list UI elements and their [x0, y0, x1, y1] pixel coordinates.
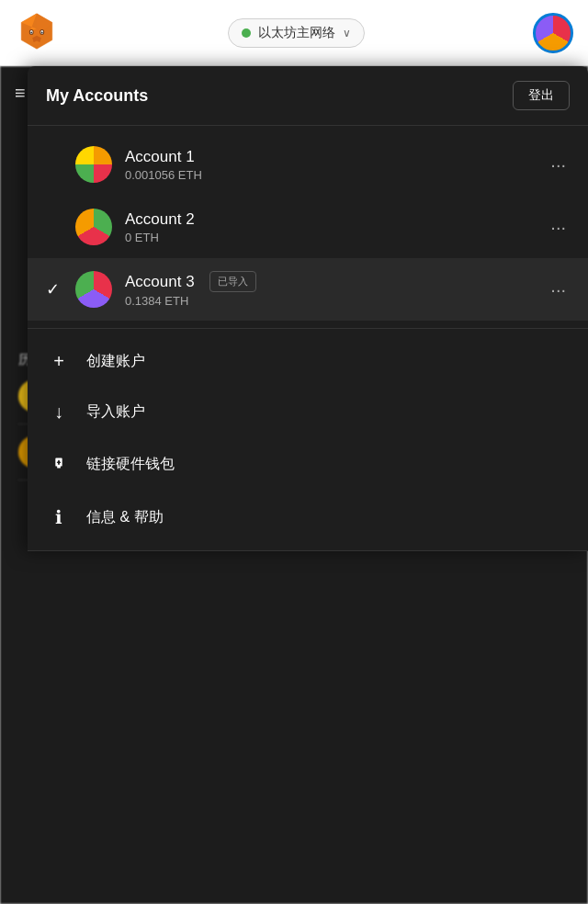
network-label: 以太坊主网络	[258, 25, 335, 41]
account-info-3: Account 3 已导入 0.1384 ETH	[125, 271, 547, 308]
overlay-title: My Accounts	[46, 86, 148, 106]
accounts-overlay: My Accounts 登出 Account 1 0.001056 ETH ··…	[28, 66, 588, 551]
svg-point-9	[30, 31, 32, 33]
plus-icon: +	[46, 351, 72, 372]
import-icon: ↓	[46, 401, 72, 423]
account-name-2: Account 2	[125, 210, 547, 229]
account-balance-2: 0 ETH	[125, 231, 547, 244]
account-balance-3: 0.1384 ETH	[125, 294, 547, 308]
checkmark-3: ✓	[46, 279, 68, 299]
chevron-down-icon: ∨	[343, 27, 351, 40]
overlay-header: My Accounts 登出	[28, 66, 588, 126]
account-item-1[interactable]: Account 1 0.001056 ETH ···	[28, 133, 588, 196]
header: 以太坊主网络 ∨	[0, 0, 588, 66]
more-options-2[interactable]: ···	[547, 217, 570, 238]
create-account-label: 创建账户	[86, 352, 145, 371]
connect-hardware-label: 链接硬件钱包	[86, 455, 175, 474]
imported-badge: 已导入	[209, 271, 256, 292]
checkmark-1	[46, 155, 68, 175]
account-name-3: Account 3	[125, 273, 195, 291]
account-name-1: Account 1	[125, 148, 547, 166]
create-account-item[interactable]: + 创建账户	[28, 336, 588, 387]
info-help-item[interactable]: ℹ 信息 & 帮助	[28, 492, 588, 543]
account-avatar-header[interactable]	[533, 13, 573, 53]
metamask-logo	[15, 9, 59, 57]
import-account-label: 导入账户	[86, 402, 145, 422]
more-options-3[interactable]: ···	[547, 279, 570, 300]
account-info-1: Account 1 0.001056 ETH	[125, 148, 547, 182]
info-help-label: 信息 & 帮助	[86, 508, 164, 527]
account-avatar-1	[75, 146, 112, 183]
action-items: + 创建账户 ↓ 导入账户 链接硬件钱包 ℹ 信息 & 帮助	[28, 329, 588, 551]
logout-button[interactable]: 登出	[513, 81, 570, 110]
account-item-3[interactable]: ✓ Account 3 已导入 0.1384 ETH ···	[28, 258, 588, 321]
account-info-2: Account 2 0 ETH	[125, 210, 547, 244]
account-list: Account 1 0.001056 ETH ··· Account 2 0 E…	[28, 126, 588, 329]
account-avatar-3	[75, 271, 112, 308]
usb-icon	[46, 452, 72, 477]
more-options-1[interactable]: ···	[547, 154, 570, 175]
checkmark-2	[46, 218, 68, 237]
network-selector[interactable]: 以太坊主网络 ∨	[228, 18, 365, 48]
connect-hardware-item[interactable]: 链接硬件钱包	[28, 437, 588, 492]
import-account-item[interactable]: ↓ 导入账户	[28, 387, 588, 437]
account-balance-1: 0.001056 ETH	[125, 168, 547, 182]
account-avatar-2	[75, 209, 112, 245]
hamburger-icon[interactable]: ≡	[15, 83, 26, 104]
info-icon: ℹ	[46, 506, 72, 528]
account-item-2[interactable]: Account 2 0 ETH ···	[28, 196, 588, 258]
network-status-dot	[242, 28, 251, 38]
svg-point-10	[41, 31, 43, 33]
